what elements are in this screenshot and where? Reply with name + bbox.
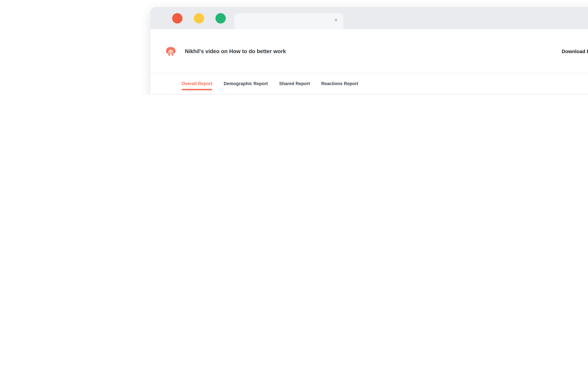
browser-chrome-bar: × (151, 7, 588, 29)
window-minimize-traffic-light[interactable] (194, 13, 204, 24)
hippo-video-logo-icon (165, 45, 177, 57)
tab-overall-report[interactable]: Overall Report (182, 74, 212, 93)
tab-close-icon[interactable]: × (334, 17, 338, 23)
download-report-dropdown[interactable]: Download Report (562, 48, 588, 54)
report-header: Nikhil's video on How to do better work … (151, 29, 588, 73)
page-title: Nikhil's video on How to do better work (185, 48, 286, 54)
window-close-traffic-light[interactable] (172, 13, 183, 24)
tab-shared-report[interactable]: Shared Report (279, 74, 310, 93)
download-report-label: Download Report (562, 48, 588, 54)
report-tabs: Overall Report Demographic Report Shared… (151, 73, 588, 95)
page-canvas: × Nikhil's video on How to do better wor… (0, 0, 588, 95)
window-zoom-traffic-light[interactable] (215, 13, 226, 24)
browser-tab[interactable]: × (234, 13, 343, 29)
tab-reactions-report[interactable]: Reactions Report (321, 74, 358, 93)
browser-window: × Nikhil's video on How to do better wor… (151, 7, 588, 95)
tab-demographic-report[interactable]: Demographic Report (224, 74, 268, 93)
